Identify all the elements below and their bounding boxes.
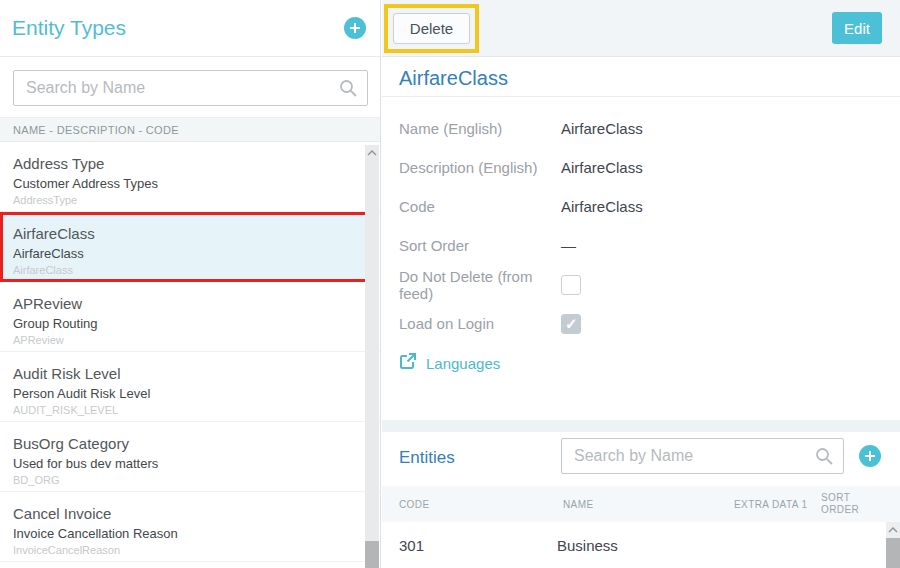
field-value: AirfareClass	[561, 198, 643, 215]
entities-search-row	[561, 438, 844, 474]
detail-toolbar: Delete Edit	[382, 0, 900, 57]
field-value: —	[561, 237, 576, 254]
entities-card: Entities CODE NAME EXTRA DATA 1 SORTORDE…	[382, 432, 900, 568]
field-row-code: Code AirfareClass	[382, 187, 900, 226]
detail-panel: Delete Edit AirfareClass Name (English) …	[382, 0, 900, 568]
external-link-icon	[399, 352, 417, 374]
list-item-cancel-invoice[interactable]: Cancel Invoice Invoice Cancellation Reas…	[0, 492, 380, 562]
item-description: Customer Address Types	[13, 176, 366, 191]
entity-types-header: Entity Types	[0, 0, 380, 57]
add-entity-button[interactable]	[859, 445, 881, 467]
field-row-description: Description (English) AirfareClass	[382, 148, 900, 187]
entities-table-header: CODE NAME EXTRA DATA 1 SORTORDER	[382, 486, 900, 522]
item-name: APReview	[13, 295, 366, 312]
column-header-code: CODE	[399, 499, 430, 510]
load-on-login-checkbox[interactable]	[561, 314, 581, 334]
field-label: Name (English)	[399, 120, 561, 137]
detail-title: AirfareClass	[399, 67, 900, 90]
entity-types-search-row	[0, 57, 380, 117]
field-label: Load on Login	[399, 315, 561, 332]
app-root: Entity Types NAME - DESCRIPTION - CODE A…	[0, 0, 900, 568]
section-divider	[382, 420, 900, 432]
list-item-apreview[interactable]: APReview Group Routing APReview	[0, 282, 380, 352]
item-description: Person Audit Risk Level	[13, 386, 366, 401]
entities-title: Entities	[399, 448, 455, 468]
field-row-name: Name (English) AirfareClass	[382, 109, 900, 148]
item-description: Group Routing	[13, 316, 366, 331]
item-name: AirfareClass	[13, 225, 362, 242]
item-description: AirfareClass	[13, 246, 362, 261]
list-scrollbar[interactable]	[365, 145, 379, 568]
page-title: Entity Types	[12, 16, 126, 40]
scrollbar-thumb[interactable]	[365, 541, 379, 568]
field-row-sort-order: Sort Order —	[382, 226, 900, 265]
list-item-audit-risk-level[interactable]: Audit Risk Level Person Audit Risk Level…	[0, 352, 380, 422]
entities-search-input[interactable]	[561, 438, 844, 474]
do-not-delete-checkbox[interactable]	[561, 275, 581, 295]
list-item-airfareclass-selected[interactable]: AirfareClass AirfareClass AirfareClass	[0, 212, 376, 282]
scrollbar-thumb[interactable]	[886, 538, 900, 568]
entity-code: 301	[399, 537, 424, 554]
item-description: Used for bus dev matters	[13, 456, 366, 471]
entity-types-panel: Entity Types NAME - DESCRIPTION - CODE A…	[0, 0, 381, 568]
detail-title-row: AirfareClass	[382, 57, 900, 97]
column-header-name: NAME	[563, 499, 594, 510]
list-item-busorg-category[interactable]: BusOrg Category Used for bus dev matters…	[0, 422, 380, 492]
chevron-up-icon[interactable]	[886, 522, 900, 537]
field-label: Description (English)	[399, 159, 561, 176]
entity-row-301[interactable]: 301 Business	[382, 522, 886, 568]
delete-button[interactable]: Delete	[393, 13, 470, 44]
field-row-load-on-login: Load on Login	[382, 304, 900, 343]
detail-card: AirfareClass Name (English) AirfareClass…	[382, 57, 900, 420]
plus-icon	[349, 22, 361, 34]
field-row-do-not-delete: Do Not Delete (from feed)	[382, 265, 900, 304]
item-code: AddressType	[13, 194, 366, 206]
list-column-header: NAME - DESCRIPTION - CODE	[0, 117, 380, 142]
list-item-address-type[interactable]: Address Type Customer Address Types Addr…	[0, 142, 380, 212]
column-header-extra-data-1: EXTRA DATA 1	[734, 499, 807, 510]
edit-button[interactable]: Edit	[832, 12, 882, 44]
item-code: AirfareClass	[13, 264, 362, 276]
item-code: BD_ORG	[13, 474, 366, 486]
item-name: Cancel Invoice	[13, 505, 366, 522]
entity-name: Business	[557, 537, 618, 554]
item-code: AUDIT_RISK_LEVEL	[13, 404, 366, 416]
item-name: Address Type	[13, 155, 366, 172]
entities-scrollbar[interactable]	[886, 522, 900, 568]
entity-type-list: Address Type Customer Address Types Addr…	[0, 142, 380, 562]
plus-icon	[864, 450, 876, 462]
delete-button-highlight-box: Delete	[384, 4, 479, 53]
search-icon	[814, 446, 834, 470]
chevron-up-icon[interactable]	[365, 145, 379, 160]
item-code: APReview	[13, 334, 366, 346]
field-label: Do Not Delete (from feed)	[399, 268, 561, 302]
column-header-sort-order: SORTORDER	[821, 492, 865, 516]
item-name: Audit Risk Level	[13, 365, 366, 382]
languages-link[interactable]: Languages	[382, 352, 522, 374]
item-name: BusOrg Category	[13, 435, 366, 452]
field-value: AirfareClass	[561, 159, 643, 176]
field-label: Sort Order	[399, 237, 561, 254]
item-code: InvoiceCancelReason	[13, 544, 366, 556]
detail-fields: Name (English) AirfareClass Description …	[382, 97, 900, 343]
field-value: AirfareClass	[561, 120, 643, 137]
add-entity-type-button[interactable]	[344, 17, 366, 39]
entity-types-search-input[interactable]	[13, 70, 368, 106]
item-description: Invoice Cancellation Reason	[13, 526, 366, 541]
languages-label: Languages	[426, 355, 500, 372]
search-icon	[338, 78, 358, 102]
field-label: Code	[399, 198, 561, 215]
